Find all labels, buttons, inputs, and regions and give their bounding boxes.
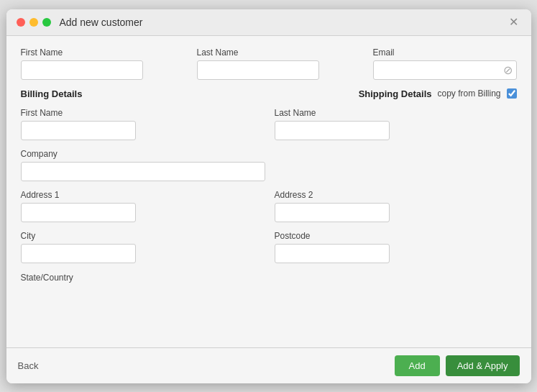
titlebar: Add new customer ✕ xyxy=(6,9,531,36)
billing-last-name-label: Last Name xyxy=(275,108,517,118)
billing-last-name-input[interactable] xyxy=(275,121,390,140)
billing-first-name-label: First Name xyxy=(21,108,263,118)
minimize-traffic-light[interactable] xyxy=(29,18,38,27)
shipping-header: Shipping Details copy from Billing xyxy=(359,88,517,99)
billing-company-row: Company xyxy=(21,149,517,181)
billing-address1-input[interactable] xyxy=(21,203,136,222)
billing-address2-label: Address 2 xyxy=(275,190,517,200)
section-headers: Billing Details Shipping Details copy fr… xyxy=(21,88,517,99)
billing-name-row: First Name Last Name xyxy=(21,108,517,140)
billing-state-country-partial: State/Country xyxy=(21,272,517,283)
customer-last-name-input[interactable] xyxy=(197,60,319,80)
customer-last-name-label: Last Name xyxy=(197,47,362,58)
billing-city-input[interactable] xyxy=(21,244,136,263)
customer-first-name-group: First Name xyxy=(21,47,185,80)
customer-first-name-label: First Name xyxy=(21,47,185,58)
billing-address2-input[interactable] xyxy=(275,203,390,222)
customer-email-label: Email xyxy=(373,47,517,58)
billing-company-label: Company xyxy=(21,149,517,159)
billing-city-group: City xyxy=(21,231,263,263)
billing-company-input[interactable] xyxy=(21,162,265,181)
billing-address1-label: Address 1 xyxy=(21,190,263,200)
add-apply-button[interactable]: Add & Apply xyxy=(446,355,520,376)
customer-email-group: Email ⊘ xyxy=(373,47,517,80)
billing-company-group: Company xyxy=(21,149,517,181)
copy-from-billing-checkbox[interactable] xyxy=(507,88,517,99)
billing-postcode-group: Postcode xyxy=(275,231,517,263)
copy-from-billing-label: copy from Billing xyxy=(437,88,500,99)
billing-city-label: City xyxy=(21,231,263,241)
email-wrapper: ⊘ xyxy=(373,60,517,80)
billing-postcode-label: Postcode xyxy=(275,231,517,241)
traffic-lights xyxy=(17,18,51,27)
customer-last-name-group: Last Name xyxy=(197,47,362,80)
billing-city-row: City Postcode xyxy=(21,231,517,263)
dialog-title: Add new customer xyxy=(60,17,506,28)
footer: Back Add Add & Apply xyxy=(6,347,531,383)
main-window: Add new customer ✕ First Name Last Name … xyxy=(6,9,531,383)
customer-email-input[interactable] xyxy=(373,60,517,80)
billing-address2-group: Address 2 xyxy=(275,190,517,222)
billing-state-country-label: State/Country xyxy=(21,273,73,283)
billing-address1-group: Address 1 xyxy=(21,190,263,222)
maximize-traffic-light[interactable] xyxy=(42,18,51,27)
customer-top-row: First Name Last Name Email ⊘ xyxy=(21,47,517,80)
billing-first-name-input[interactable] xyxy=(21,121,136,140)
shipping-section-title: Shipping Details xyxy=(359,88,432,99)
footer-actions: Add Add & Apply xyxy=(395,355,520,376)
billing-postcode-input[interactable] xyxy=(275,244,390,263)
close-button[interactable]: ✕ xyxy=(506,17,521,28)
billing-first-name-group: First Name xyxy=(21,108,263,140)
add-button[interactable]: Add xyxy=(395,355,440,376)
close-traffic-light[interactable] xyxy=(17,18,25,27)
billing-last-name-group: Last Name xyxy=(275,108,517,140)
customer-first-name-input[interactable] xyxy=(21,60,143,80)
billing-address-row: Address 1 Address 2 xyxy=(21,190,517,222)
billing-section-title: Billing Details xyxy=(21,88,83,99)
back-button[interactable]: Back xyxy=(18,360,39,371)
content-area: First Name Last Name Email ⊘ Billing Det… xyxy=(6,36,531,347)
